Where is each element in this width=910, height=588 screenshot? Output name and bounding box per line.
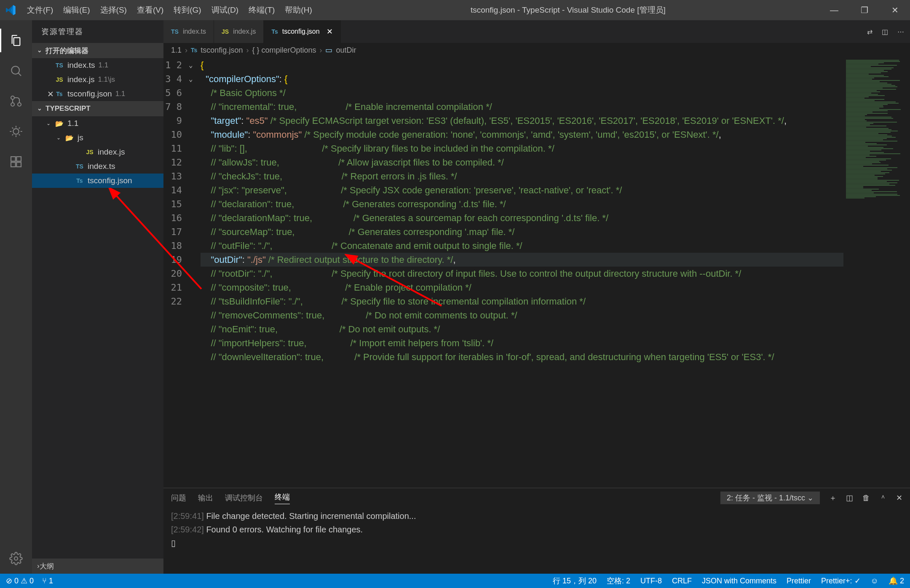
breadcrumbs[interactable]: 1.1› Ts tsconfig.json› { } compilerOptio… [163,43,910,57]
folder-open-icon: 📂 [55,120,64,128]
ts-icon: TS [55,62,64,69]
folder-1-1[interactable]: ⌄ 📂 1.1 [32,116,163,131]
status-item[interactable]: 🔔 2 [889,576,904,585]
status-item[interactable]: CRLF [672,577,692,585]
menu-select[interactable]: 选择(S) [95,0,132,20]
crumb-symbol[interactable]: { } compilerOptions [252,46,316,55]
editor-tab[interactable]: JS index.js [214,20,264,43]
panel: 问题 输出 调试控制台 终端 2: 任务 - 监视 - 1.1/tscc ⌄ ＋… [163,488,910,574]
panel-tab-output[interactable]: 输出 [198,493,213,503]
close-icon[interactable]: ✕ [46,89,55,99]
minimize-button[interactable]: — [819,0,849,20]
menu-file[interactable]: 文件(F) [22,0,58,20]
close-icon[interactable]: ✕ [327,27,333,36]
split-terminal-icon[interactable]: ◫ [846,493,853,502]
panel-tabs: 问题 输出 调试控制台 终端 2: 任务 - 监视 - 1.1/tscc ⌄ ＋… [163,488,910,508]
tab-label: tsconfig.json [282,28,320,35]
activity-extensions-icon[interactable] [8,153,24,170]
menu-view[interactable]: 查看(V) [132,0,169,20]
file-path: 1.1 [115,90,126,98]
file-path: 1.1 [98,61,108,69]
status-item[interactable]: 空格: 2 [607,576,630,586]
status-item[interactable]: JSON with Comments [702,577,776,585]
crumb-symbol[interactable]: outDir [336,46,356,55]
terminal-selector[interactable]: 2: 任务 - 监视 - 1.1/tscc ⌄ [720,492,820,504]
activity-scm-icon[interactable] [8,93,24,110]
file-name: index.ts [67,61,95,70]
svg-rect-7 [16,162,21,167]
status-item[interactable]: Prettier [787,577,811,585]
status-item[interactable]: ☺ [871,577,878,585]
file-tree-item[interactable]: TS index.ts [32,159,163,174]
open-editor-item[interactable]: JS index.js 1.1\js [32,72,163,87]
crumb-file[interactable]: tsconfig.json [201,46,243,55]
close-window-button[interactable]: ✕ [880,0,910,20]
sidebar-explorer: 资源管理器 ⌄ 打开的编辑器 TS index.ts 1.1 JS index.… [32,20,163,574]
js-icon: JS [222,28,229,35]
activity-settings-icon[interactable] [8,550,24,567]
open-editor-item[interactable]: ✕ Ts tsconfig.json 1.1 [32,87,163,101]
maximize-panel-icon[interactable]: ＾ [879,493,887,503]
status-git[interactable]: ⑂ 1 [42,577,53,585]
new-terminal-icon[interactable]: ＋ [829,493,837,503]
section-open-editors[interactable]: ⌄ 打开的编辑器 [32,43,163,58]
panel-tab-debug[interactable]: 调试控制台 [225,493,263,503]
menu-goto[interactable]: 转到(G) [169,0,206,20]
open-editors-label: 打开的编辑器 [46,46,88,56]
js-icon: JS [55,76,64,83]
file-tree-item[interactable]: JS index.js [32,145,163,159]
status-problems[interactable]: ⊘ 0 ⚠ 0 [6,576,34,585]
svg-point-3 [11,103,14,106]
activity-search-icon[interactable] [8,62,24,79]
minimap[interactable] [843,57,910,488]
terminal-output[interactable]: [2:59:41] File change detected. Starting… [163,508,910,574]
menu-terminal[interactable]: 终端(T) [244,0,280,20]
json-icon: Ts [191,47,197,53]
file-name: tsconfig.json [88,176,132,185]
file-name: index.js [67,75,94,84]
panel-tab-problems[interactable]: 问题 [171,493,186,503]
sidebar-header: 资源管理器 [32,20,163,43]
svg-point-2 [18,103,21,106]
menu-edit[interactable]: 编辑(E) [58,0,95,20]
file-tree-item[interactable]: Ts tsconfig.json [32,174,163,188]
svg-point-9 [14,557,18,560]
maximize-button[interactable]: ❐ [849,0,880,20]
status-bar: ⊘ 0 ⚠ 0 ⑂ 1 行 15，列 20空格: 2UTF-8CRLFJSON … [0,574,910,588]
status-item[interactable]: UTF-8 [640,577,662,585]
tab-label: index.ts [183,28,206,35]
svg-rect-8 [16,157,21,161]
more-actions-icon[interactable]: ⋯ [897,28,904,36]
folder-js[interactable]: ⌄ 📂 js [32,131,163,145]
editor-tab[interactable]: Ts tsconfig.json ✕ [264,20,340,43]
section-outline[interactable]: › 大纲 [32,559,163,574]
file-name: index.ts [88,162,115,171]
split-editor-icon[interactable]: ◫ [882,28,888,36]
title-bar: 文件(F) 编辑(E) 选择(S) 查看(V) 转到(G) 调试(D) 终端(T… [0,0,910,20]
compare-changes-icon[interactable]: ⇄ [867,28,873,36]
svg-point-1 [11,96,14,99]
status-item[interactable]: Prettier+: ✓ [821,576,861,585]
editor-tab[interactable]: TS index.ts [163,20,214,43]
activity-debug-icon[interactable] [8,123,24,140]
tab-label: index.js [233,28,256,35]
code-content[interactable]: { "compilerOptions": { /* Basic Options … [199,57,843,488]
chevron-down-icon: ⌄ [37,105,42,112]
activity-explorer-icon[interactable] [8,32,24,49]
close-panel-icon[interactable]: ✕ [896,493,902,502]
outline-label: 大纲 [40,561,54,571]
code-editor[interactable]: 1 2 3 4 5 6 7 8 9 10 11 12 13 14 15 16 1… [163,57,910,488]
status-item[interactable]: 行 15，列 20 [553,576,597,586]
vscode-icon [6,5,16,15]
fold-gutter[interactable]: ⌄ ⌄ [189,57,199,488]
crumb-folder[interactable]: 1.1 [171,46,182,55]
section-workspace[interactable]: ⌄ TYPESCRIPT [32,101,163,116]
kill-terminal-icon[interactable]: 🗑 [862,494,870,502]
workspace-label: TYPESCRIPT [46,104,91,113]
menu-debug[interactable]: 调试(D) [206,0,244,20]
open-editor-item[interactable]: TS index.ts 1.1 [32,58,163,72]
panel-tab-terminal[interactable]: 终端 [275,492,290,504]
menu-help[interactable]: 帮助(H) [280,0,317,20]
json-icon: Ts [75,177,84,184]
editor-group: TS index.ts JS index.js Ts tsconfig.json… [163,20,910,574]
